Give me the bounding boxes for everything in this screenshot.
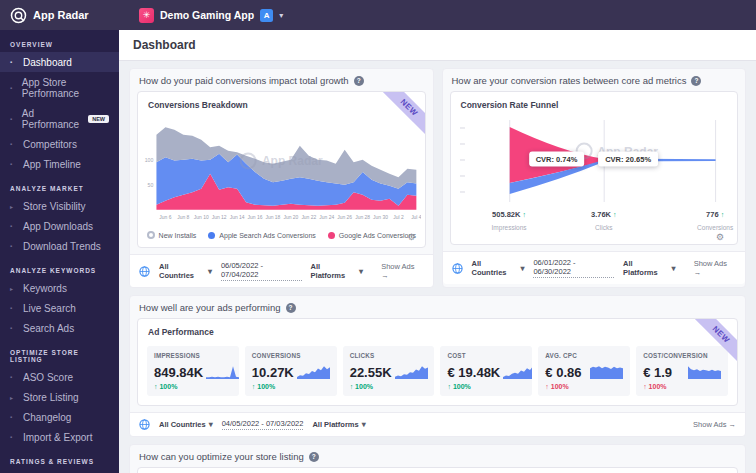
platforms-filter[interactable]: All Platforms▾ [623,259,676,277]
sidebar-item-aso-score[interactable]: ▪ASO Score [0,367,119,387]
sidebar-item-keywords[interactable]: ▸Keywords [0,278,119,298]
legend-google-ads[interactable]: Google Ads Conversions [328,232,416,239]
sidebar-item-label: App Downloads [23,221,93,232]
chevron-right-icon: ▸ [10,285,17,292]
square-bullet-icon: ▪ [10,85,16,91]
square-bullet-icon: ▪ [10,161,17,167]
conversions-breakdown-card: NEW Conversions Breakdown 50100Jun 6Jun … [137,91,426,248]
sidebar-item-label: Dashboard [23,57,72,68]
stage-impressions: 505.82K ↑ Impressions [492,210,527,231]
app-selector[interactable]: ✳ Demo Gaming App A ▾ [139,8,283,23]
legend-new-installs[interactable]: New Installs [147,231,197,239]
arrow-right-icon: → [729,420,737,429]
help-icon[interactable]: ? [309,452,319,462]
sidebar-item-store-listing[interactable]: ▸Store Listing [0,387,119,407]
date-range-filter[interactable]: 06/01/2022 - 06/30/2022 [533,258,614,278]
sidebar-section-ratings-reviews: RATINGS & REVIEWS [0,447,119,469]
sparkline-chart [206,362,239,380]
sidebar-item-label: App Timeline [23,159,81,170]
sidebar-item-label: Competitors [23,139,77,150]
sidebar-item-download-trends[interactable]: ▪Download Trends [0,236,119,256]
svg-text:Jun 20: Jun 20 [283,215,298,220]
sidebar-item-live-search[interactable]: ▪Live Search [0,298,119,318]
metric-cost: COST € 19.48K ↑ 100% [440,346,532,396]
cvr-tooltip: CVR: 20.65% [598,152,658,167]
countries-filter[interactable]: All Countries▾ [472,259,525,277]
help-icon[interactable]: ? [286,303,296,313]
svg-text:Jun 8: Jun 8 [177,215,189,220]
trend-up-icon: ↑ [350,383,354,390]
svg-text:Jun 26: Jun 26 [337,215,352,220]
topbar: App Radar ✳ Demo Gaming App A ▾ [0,0,756,30]
show-ads-link[interactable]: Show Ads → [693,420,736,429]
trend-up-icon: ↑ [721,211,725,218]
sparkline-chart [503,362,532,380]
sidebar-item-label: App Store Performance [22,77,109,99]
metric-impressions: IMPRESSIONS 849.84K ↑ 100% [147,346,239,396]
chevron-right-icon: ▸ [10,203,17,210]
conversions-breakdown-chart: 50100Jun 6Jun 8Jun 10Jun 12Jun 14Jun 16J… [142,114,421,228]
square-bullet-icon: ▪ [10,434,17,440]
date-range-filter[interactable]: 06/05/2022 - 07/04/2022 [221,261,302,281]
sidebar-item-dashboard[interactable]: ▪Dashboard [0,52,119,72]
sidebar-item-app-timeline[interactable]: ▪App Timeline [0,154,119,174]
sidebar-item-import-export[interactable]: ▪Import & Export [0,427,119,447]
page-title: Dashboard [119,30,756,61]
conversion-rate-funnel-card: Conversion Rate Funnel App Radar CVR: 0.… [450,91,739,245]
demo-app-icon: ✳ [139,8,154,23]
sidebar-item-search-ads[interactable]: ▪Search Ads [0,318,119,338]
sparkline-chart [688,362,721,380]
gear-icon[interactable]: ⚙ [407,232,415,242]
sidebar-item-reviews[interactable]: ▪Reviews [0,469,119,473]
conversion-rate-funnel-chart [455,114,734,210]
countries-filter[interactable]: All Countries▾ [159,420,213,429]
chevron-down-icon: ▾ [209,420,213,429]
sidebar-item-store-visibility[interactable]: ▸Store Visibility [0,196,119,216]
blue-dot-icon [208,232,215,239]
metric-avg-cpc: AVG. CPC € 0.86 ↑ 100% [538,346,630,396]
show-ads-link[interactable]: Show Ads → [381,262,423,280]
globe-icon [452,263,463,274]
aso-panel: How can you optimize your store listing?… [129,444,746,473]
trend-up-icon: ↑ [523,211,527,218]
sidebar-item-changelog[interactable]: ▪Changelog [0,407,119,427]
gear-icon[interactable]: ⚙ [716,232,724,242]
section-question: How are your conversion rates between co… [452,75,687,86]
cvr-tooltip: CVR: 0.74% [529,152,585,167]
square-bullet-icon: ▪ [10,223,17,229]
brand-name: App Radar [33,9,89,21]
help-icon[interactable]: ? [691,76,701,86]
sidebar-item-label: Store Listing [23,392,79,403]
square-bullet-icon: ▪ [10,374,17,380]
platforms-filter[interactable]: All Platforms▾ [311,262,364,280]
square-bullet-icon: ▪ [10,141,17,147]
pink-dot-icon [328,232,335,239]
show-ads-link[interactable]: Show Ads → [694,259,736,277]
app-radar-logo[interactable]: App Radar [0,7,129,24]
help-icon[interactable]: ? [354,76,364,86]
sidebar-item-ad-performance[interactable]: ▪Ad PerformanceNEW [0,103,119,134]
arrow-right-icon: → [694,268,702,277]
date-range-filter[interactable]: 04/05/2022 - 07/03/2022 [222,419,304,430]
svg-text:Jul 2: Jul 2 [393,215,404,220]
platforms-filter[interactable]: All Platforms▾ [312,420,365,429]
svg-text:Jun 14: Jun 14 [230,215,245,220]
sidebar-item-app-store-performance[interactable]: ▪App Store Performance [0,72,119,103]
svg-text:Jun 28: Jun 28 [355,215,370,220]
svg-text:Jun 6: Jun 6 [159,215,171,220]
app-name: Demo Gaming App [160,9,254,21]
square-bullet-icon: ▪ [10,59,17,65]
sidebar-item-label: Changelog [23,412,71,423]
sidebar-section-overview: OVERVIEW [0,30,119,52]
sidebar-item-label: ASO Score [23,372,73,383]
card-title: Ad Performance [138,319,737,339]
square-bullet-icon: ▪ [10,116,16,122]
sparkline-chart [297,362,330,380]
legend-apple-search-ads[interactable]: Apple Search Ads Conversions [208,232,316,239]
countries-filter[interactable]: All Countries▾ [159,262,212,280]
chevron-right-icon: ▸ [10,394,17,401]
svg-text:Jun 16: Jun 16 [248,215,263,220]
sidebar-item-competitors[interactable]: ▪Competitors [0,134,119,154]
section-question: How do your paid conversions impact tota… [139,75,349,86]
sidebar-item-app-downloads[interactable]: ▪App Downloads [0,216,119,236]
